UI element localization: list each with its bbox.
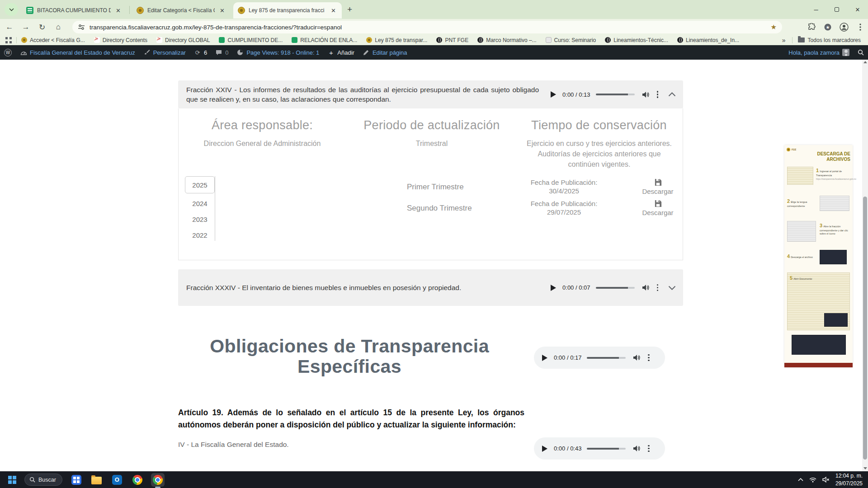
customize-menu[interactable]: Personalizar — [139, 45, 190, 60]
taskbar-clock[interactable]: 12:04 p. m. 29/07/2025 — [835, 472, 863, 487]
site-menu[interactable]: Fiscalía General del Estado de Veracruz — [16, 45, 139, 60]
tray-chevron-up-icon[interactable] — [798, 478, 803, 481]
extensions-puzzle-icon[interactable] — [807, 22, 816, 32]
bookmark-star-icon[interactable]: ★ — [771, 23, 777, 31]
audio-player-heading[interactable]: 0:00 / 0:17 — [534, 347, 665, 369]
taskbar-chrome[interactable] — [131, 473, 144, 487]
bookmark-item[interactable]: Lineamientos-Técnic... — [605, 37, 668, 43]
audio-menu-icon[interactable] — [656, 283, 660, 292]
close-tab-icon[interactable]: ✕ — [114, 7, 122, 14]
year-tab-2023[interactable]: 2023 — [185, 211, 215, 227]
bookmark-item[interactable]: Curso: Seminario — [546, 37, 596, 43]
bookmark-item[interactable]: Directory Contents — [94, 37, 147, 43]
taskbar-chrome-active[interactable] — [151, 473, 165, 487]
audio-player-fraccion-xxiv[interactable]: 0:00 / 0:13 — [551, 90, 659, 99]
expand-chevron-down-icon[interactable] — [668, 286, 676, 290]
play-icon[interactable] — [542, 355, 547, 361]
maximize-button[interactable] — [826, 0, 847, 19]
year-tab-2025[interactable]: 2025 — [185, 176, 215, 193]
save-icon — [654, 199, 662, 208]
flyer-thumbnail — [792, 335, 846, 355]
tab-editar-categoria[interactable]: Editar Categoría < Fiscalía Gener ✕ — [132, 4, 231, 17]
extension-icon[interactable]: ★ — [823, 22, 833, 32]
updates-menu[interactable]: ⟳ 6 — [190, 45, 211, 60]
bookmark-item[interactable]: RELACIÓN DE ENLA... — [292, 37, 357, 43]
accordion-fraccion-xxxiv[interactable]: Fracción XXXIV - El inventario de bienes… — [178, 269, 683, 306]
home-button[interactable]: ⌂ — [52, 20, 65, 34]
download-link[interactable]: Descargar — [624, 199, 692, 217]
bookmark-item[interactable]: PNT FGE — [436, 37, 468, 43]
comments-count: 0 — [225, 49, 228, 56]
articulo-19-paragraph: Artículo 19. Además de lo señalado en el… — [178, 407, 524, 431]
scroll-down-arrow[interactable] — [863, 467, 867, 469]
comments-menu[interactable]: 0 — [211, 45, 232, 60]
scrollbar-thumb[interactable] — [863, 197, 867, 460]
year-tab-2024[interactable]: 2024 — [185, 196, 215, 211]
chrome-icon — [132, 475, 142, 485]
audio-player-item[interactable]: 0:00 / 0:43 — [534, 437, 665, 460]
add-new-menu[interactable]: + Añadir — [323, 45, 359, 60]
page-views-menu[interactable]: Page Views: 918 - Online: 1 — [232, 45, 323, 60]
close-window-button[interactable]: ✕ — [847, 0, 868, 19]
tab-search-button[interactable] — [5, 3, 18, 16]
audio-menu-icon[interactable] — [647, 444, 651, 453]
close-tab-icon[interactable]: ✕ — [330, 7, 337, 14]
bookmark-item[interactable]: Directory GLOBAL — [156, 37, 210, 43]
profile-avatar-icon[interactable] — [839, 22, 849, 32]
bookmark-item[interactable]: CUMPLIMIENTO DE... — [219, 37, 283, 43]
wifi-icon[interactable] — [809, 477, 816, 483]
divider — [16, 37, 17, 43]
volume-icon[interactable] — [633, 354, 641, 361]
page-scrollbar[interactable] — [862, 60, 868, 471]
bookmark-item[interactable]: Marco Normativo –... — [477, 37, 536, 43]
download-link[interactable]: Descargar — [624, 178, 692, 196]
start-button[interactable] — [6, 474, 18, 486]
taskbar-outlook[interactable]: O — [110, 473, 124, 487]
bookmark-item[interactable]: Ley 875 de transpar... — [366, 37, 427, 43]
minimize-button[interactable]: ─ — [806, 0, 826, 19]
volume-icon[interactable] — [642, 91, 650, 98]
address-bar[interactable]: transparencia.fiscaliaveracruz.gob.mx/le… — [72, 21, 782, 33]
tab-bitacora[interactable]: BITACORA CUMPLIMIENTO DE ✕ — [22, 4, 127, 17]
taskbar-app-tiles[interactable] — [70, 473, 83, 487]
bookmark-item[interactable]: Lineamientos_de_In... — [677, 37, 739, 43]
audio-menu-icon[interactable] — [647, 353, 651, 362]
site-info-icon[interactable] — [78, 24, 85, 30]
audio-progress-slider[interactable] — [587, 357, 626, 359]
taskbar-search[interactable]: Buscar — [24, 474, 62, 486]
tab-ley-875-active[interactable]: Ley 875 de transparencia fracci ✕ — [233, 2, 342, 19]
wp-logo-menu[interactable]: W — [0, 45, 16, 60]
taskbar-file-explorer[interactable] — [90, 473, 104, 487]
admin-search-button[interactable] — [854, 45, 868, 60]
audio-progress-slider[interactable] — [596, 94, 635, 95]
bookmark-item[interactable]: Acceder < Fiscalía G... — [21, 37, 85, 43]
play-icon[interactable] — [551, 285, 556, 291]
volume-icon[interactable] — [642, 284, 650, 291]
play-icon[interactable] — [542, 446, 547, 452]
edit-page-menu[interactable]: Editar página — [359, 45, 411, 60]
account-menu[interactable]: Hola, paola zamora — [784, 45, 854, 60]
back-button[interactable]: ← — [3, 20, 16, 34]
url-text[interactable]: transparencia.fiscaliaveracruz.gob.mx/le… — [90, 24, 771, 31]
audio-progress-slider[interactable] — [596, 287, 635, 289]
audio-progress-slider[interactable] — [587, 448, 626, 450]
year-tab-2022[interactable]: 2022 — [185, 227, 215, 243]
clock-time: 12:04 p. m. — [835, 472, 863, 479]
reload-button[interactable]: ↻ — [35, 20, 49, 34]
scroll-up-arrow[interactable] — [863, 61, 867, 63]
browser-menu-icon[interactable] — [855, 22, 865, 32]
new-tab-button[interactable]: + — [347, 5, 352, 14]
audio-menu-icon[interactable] — [656, 90, 660, 99]
audio-player-fraccion-xxxiv[interactable]: 0:00 / 0:07 — [551, 283, 659, 292]
apps-grid-icon[interactable] — [5, 37, 12, 43]
bookmarks-overflow-button[interactable]: » — [782, 37, 786, 44]
close-tab-icon[interactable]: ✕ — [218, 7, 226, 14]
forward-button[interactable]: → — [19, 20, 33, 34]
all-bookmarks-button[interactable]: Todos los marcadores — [798, 37, 861, 43]
collapse-chevron-up-icon[interactable] — [668, 92, 676, 97]
accordion-fraccion-xxiv[interactable]: Fracción XXIV - Los informes de resultad… — [178, 80, 683, 108]
volume-icon[interactable] — [633, 445, 641, 452]
play-icon[interactable] — [551, 91, 556, 98]
volume-muted-icon[interactable] — [822, 477, 830, 483]
descarga-archivos-flyer[interactable]: FGE DESCARGA DE ARCHIVOS 1Ingresar al po… — [784, 145, 853, 367]
